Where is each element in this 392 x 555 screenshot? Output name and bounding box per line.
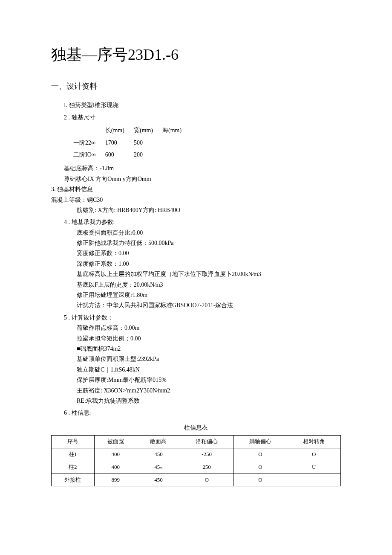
- dim-cell: 200: [134, 149, 161, 160]
- table-cell: O: [233, 474, 287, 486]
- item-4-line: 基底标高以上土层的加权平均正度（地下水位下取浮血度卜20.00kN⁄m3: [77, 270, 341, 279]
- table-row: 柱2 400 45« 250 O U: [52, 461, 341, 474]
- table-caption: 柱信息衣: [51, 423, 341, 433]
- offset-text: 尊础移心IX 方向Omm y方向Omm: [64, 174, 341, 184]
- dim-header-height: 海(mm): [162, 125, 190, 136]
- section-1-heading: 一、设计资料: [51, 80, 341, 93]
- item-4-line: 底板受抖面积百分比r0.00: [77, 228, 341, 238]
- table-header: 被面宽: [94, 436, 137, 448]
- dim-row-label: 二阶IO∞: [73, 149, 104, 160]
- table-row: 一阶22∞ 1700 500: [73, 137, 190, 148]
- table-cell: 外接柱: [52, 474, 95, 486]
- table-cell: O: [233, 448, 287, 461]
- item-4-line: 修正用坛础埋置深度r1.80m: [77, 291, 341, 300]
- item-5-label: 5 . 计算设计参数：: [64, 313, 341, 323]
- table-cell: 899: [94, 474, 137, 486]
- table-cell: -250: [180, 448, 233, 461]
- item-4-line: 深度修正系数：1.00: [77, 259, 341, 269]
- table-header: 躺轴偏心: [233, 436, 287, 448]
- table-row: 长(mm) 宽(mm) 海(mm): [73, 125, 190, 136]
- table-cell: 450: [137, 448, 180, 461]
- item-4-line: 宽度修正系数：0.00: [77, 249, 341, 258]
- item-5-line: 基础顶单位面积跟土型:2392kPa: [77, 355, 341, 364]
- page-title: 独基—序号23D1.-6: [51, 43, 341, 67]
- item-4-line: 修正阱他战承我力特征低：500.00kPa: [77, 238, 341, 248]
- item-4-label: 4 . 地基承我力参数:: [64, 218, 341, 227]
- item-5-line: 主筋裕度: X36ON>'mm2Y360N⁄mm2: [77, 386, 341, 395]
- table-cell: [287, 474, 341, 486]
- table-row: 序号 被面宽 散面高 沿粕偏心 躺轴偏心 相对转角: [52, 436, 341, 448]
- dim-cell: 1700: [105, 137, 133, 148]
- item-5-line: 保护层厚度:Mmm最小配筋率015%: [77, 375, 341, 385]
- dim-row-label: 一阶22∞: [73, 137, 104, 148]
- item-4-line: 基底以F上层的史度：20.00kN⁄m3: [77, 280, 341, 290]
- item-6-label: 6 . 柱信息:: [64, 408, 341, 418]
- table-cell: 400: [94, 448, 137, 461]
- dim-cell: 500: [134, 137, 161, 148]
- table-cell: 400: [94, 461, 137, 474]
- item-5-line: 独立期础C｜1.ftS6.48kN: [77, 365, 341, 375]
- item-5-line: 拉梁承担弯矩比例；0.00: [77, 334, 341, 343]
- table-cell: 45«: [137, 461, 180, 474]
- table-cell: O: [233, 461, 287, 474]
- table-row: 外接柱 899 450 O O: [52, 474, 341, 486]
- table-header: 沿粕偏心: [180, 436, 233, 448]
- item-3-label: 3. 独基材料信息: [51, 185, 341, 194]
- item-1: I. 独菸类型I椎形现浇: [64, 101, 341, 110]
- table-cell: 柱2: [52, 461, 95, 474]
- table-header: 散面高: [137, 436, 180, 448]
- table-row: 二阶IO∞ 600 200: [73, 149, 190, 160]
- base-elevation: 基础底标高：-1.8m: [64, 164, 341, 173]
- table-cell: 450: [137, 474, 180, 486]
- concrete-grade: 混凝土等级：钢C30: [51, 195, 341, 205]
- table-cell: 柱I: [52, 448, 95, 461]
- table-cell: 250: [180, 461, 233, 474]
- column-info-table: 序号 被面宽 散面高 沿粕偏心 躺轴偏心 相对转角 柱I 400 450 -25…: [51, 435, 341, 486]
- table-row: 柱I 400 450 -250 O O: [52, 448, 341, 461]
- item-5-line: RE:承我力抗徒调整系数: [77, 396, 341, 406]
- item-5-line: 荷敬作用点标高：0.00m: [77, 323, 341, 333]
- table-header: 相对转角: [287, 436, 341, 448]
- table-cell: O: [287, 448, 341, 461]
- dim-cell: 600: [105, 149, 133, 160]
- item-4-line: 计扰方法：中华人民共和冈国家标准GBSOOO7-2011-嫁合法: [77, 301, 341, 310]
- dim-header-width: 宽(mm): [134, 125, 161, 136]
- table-cell: O: [180, 474, 233, 486]
- table-cell: U: [287, 461, 341, 474]
- table-header: 序号: [52, 436, 95, 448]
- dimension-table: 长(mm) 宽(mm) 海(mm) 一阶22∞ 1700 500 二阶IO∞ 6…: [72, 124, 191, 161]
- item-2-label: 2 . 独基尺寸: [64, 113, 341, 122]
- dim-header-length: 长(mm): [105, 125, 133, 136]
- item-5-line: ■础底面枳374m2: [77, 344, 341, 354]
- rebar-spec: 筋皴别: X方向: HRB400Y方向: HRB40O: [77, 206, 341, 215]
